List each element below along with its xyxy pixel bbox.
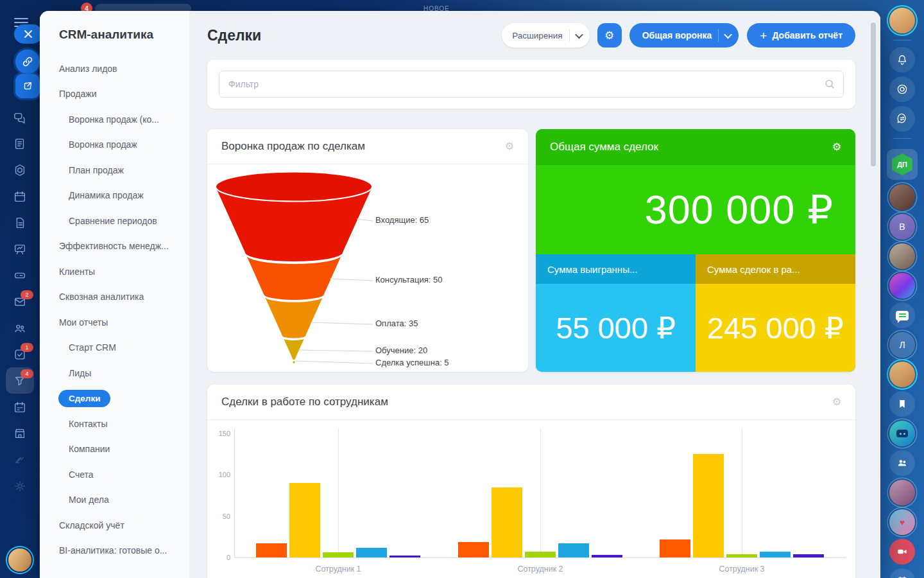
sidebar-item-12[interactable]: Старт CRM xyxy=(40,335,189,361)
chat-lines-icon[interactable] xyxy=(889,302,915,328)
button-divider xyxy=(569,29,570,42)
sidebar-item-3[interactable]: Воронка продаж (ко... xyxy=(40,107,189,132)
sidebar-item-5[interactable]: План продаж xyxy=(40,157,189,183)
rail-item-crm-funnel-icon[interactable]: 4 xyxy=(0,367,40,394)
open-external-button[interactable] xyxy=(15,74,40,98)
sidebar-item-8[interactable]: Эффективность менедж... xyxy=(40,234,189,259)
rail-item-tasks-icon[interactable]: 1 xyxy=(0,341,40,367)
filter-input[interactable] xyxy=(219,79,824,89)
funnel-stage-label: Сделка успешна: 5 xyxy=(375,358,449,367)
group-users-icon[interactable] xyxy=(889,450,915,476)
summary-sub-left-value: 55 000 ₽ xyxy=(536,284,696,372)
rail-item-drive-icon[interactable] xyxy=(0,262,40,288)
funnel-chart: Входящие: 65Консультация: 50Оплата: 35Об… xyxy=(207,164,528,372)
y-tick-label: 0 xyxy=(211,554,230,561)
gear-icon[interactable]: ⚙ xyxy=(832,397,841,407)
summary-sub-right-value: 245 000 ₽ xyxy=(696,284,855,372)
sidebar-item-19[interactable]: Складской учёт xyxy=(40,512,189,538)
workspace-badge[interactable]: ДП xyxy=(887,149,918,180)
contact-avatar-letter[interactable]: В xyxy=(889,214,915,240)
rail-item-market-icon[interactable] xyxy=(0,420,40,446)
sidebar-item-15[interactable]: Контакты xyxy=(40,411,189,437)
rail-item-feed-icon[interactable] xyxy=(0,130,40,157)
workspace-hexagon: ДП xyxy=(892,153,912,175)
chevron-down-icon xyxy=(724,30,732,39)
gear-icon[interactable]: ⚙ xyxy=(505,141,514,152)
funnel-card-header: Воронка продаж по сделкам ⚙ xyxy=(207,129,528,164)
sidebar-item-2[interactable]: Продажи xyxy=(40,82,189,107)
rail-item-chat-icon[interactable] xyxy=(0,104,40,130)
sidebar-item-17[interactable]: Счета xyxy=(40,462,189,487)
rail-item-document-icon[interactable] xyxy=(0,209,40,236)
contact-avatar[interactable] xyxy=(889,362,915,387)
sidebar-item-16[interactable]: Компании xyxy=(40,437,189,462)
funnel-stage-label: Входящие: 65 xyxy=(375,215,429,225)
external-link-icon xyxy=(22,80,33,92)
sidebar-item-6[interactable]: Динамика продаж xyxy=(40,183,189,209)
category-gridline xyxy=(742,428,742,557)
sidebar-item-14[interactable]: Сделки xyxy=(40,386,189,412)
crm-analytics-sidebar: CRM-аналитика Анализ лидовПродажиВоронка… xyxy=(40,11,189,578)
sidebar-title: CRM-аналитика xyxy=(40,11,189,42)
chat-icon xyxy=(13,110,27,125)
calendar-icon[interactable] xyxy=(889,568,915,578)
summary-sub-left-title: Сумма выигранны... xyxy=(536,254,696,284)
bar-chart-card-title: Сделки в работе по сотрудникам xyxy=(221,396,388,408)
funnel-stage-label: Консультация: 50 xyxy=(375,275,443,285)
copy-link-button[interactable] xyxy=(15,49,40,74)
rail-item-mail-icon[interactable]: 2 xyxy=(0,288,40,315)
contact-avatar[interactable]: ♥ xyxy=(889,509,915,535)
sidebar-item-13[interactable]: Лиды xyxy=(40,360,189,386)
main-panel: CRM-аналитика Анализ лидовПродажиВоронка… xyxy=(40,11,880,578)
rail-divider xyxy=(893,138,911,139)
bookmark-icon[interactable] xyxy=(889,391,915,417)
rail-item-people-icon[interactable] xyxy=(0,315,40,341)
sidebar-item-9[interactable]: Клиенты xyxy=(40,259,189,285)
contact-avatar[interactable] xyxy=(889,184,915,210)
sidebar-item-10[interactable]: Сквозная аналитика xyxy=(40,285,189,310)
user-avatar[interactable] xyxy=(889,8,915,33)
document-icon xyxy=(13,216,27,230)
sidebar-item-4[interactable]: Воронка продаж xyxy=(40,132,189,158)
heart-icon: ♥ xyxy=(900,518,905,527)
rail-item-settings-gear-icon[interactable] xyxy=(0,473,40,499)
contact-avatar-letter[interactable]: Л xyxy=(889,332,915,358)
profile-avatar[interactable] xyxy=(8,548,31,572)
sidebar-item-1[interactable]: Анализ лидов xyxy=(40,56,189,82)
support-spiral-icon[interactable] xyxy=(889,76,915,102)
bar-orange xyxy=(256,543,287,557)
video-call-icon[interactable] xyxy=(889,539,915,565)
sidebar-item-20[interactable]: BI-аналитика: готовые о... xyxy=(40,538,189,564)
sidebar-item-11[interactable]: Мои отчеты xyxy=(40,310,189,335)
sign-icon xyxy=(13,453,27,467)
summary-sub-right-title: Сумма сделок в ра... xyxy=(696,254,855,284)
contact-avatar[interactable] xyxy=(889,243,915,269)
vertical-scrollbar[interactable] xyxy=(871,22,876,166)
sidebar-item-active-pill: Сделки xyxy=(58,390,110,407)
extensions-button[interactable]: Расширения xyxy=(502,23,590,48)
close-panel-button[interactable] xyxy=(14,24,42,44)
contact-avatar[interactable] xyxy=(889,273,915,299)
view-selector-button[interactable]: Общая воронка xyxy=(629,23,739,48)
rail-item-calendar-icon[interactable] xyxy=(0,183,40,209)
search-icon[interactable] xyxy=(824,78,835,90)
bar-purple xyxy=(793,554,824,557)
plus-icon: + xyxy=(760,30,767,42)
rail-item-board-icon[interactable] xyxy=(0,236,40,262)
rail-item-sign-icon[interactable] xyxy=(0,446,40,473)
chat-transfer-icon[interactable] xyxy=(889,106,915,132)
calendar-icon xyxy=(13,189,27,204)
sidebar-item-7[interactable]: Сравнение периодов xyxy=(40,208,189,234)
rail-item-calendar-grid-icon[interactable] xyxy=(0,394,40,420)
rail-badge: 1 xyxy=(21,343,33,352)
rail-item-hexagon-icon[interactable] xyxy=(0,157,40,183)
gear-icon[interactable]: ⚙ xyxy=(832,142,841,152)
bell-icon[interactable] xyxy=(889,47,915,73)
bar-purple xyxy=(592,555,622,557)
sidebar-item-18[interactable]: Мои дела xyxy=(40,487,189,513)
report-settings-button[interactable]: ⚙ xyxy=(597,23,622,48)
add-report-button[interactable]: + Добавить отчёт xyxy=(747,23,855,48)
people-icon xyxy=(13,321,27,335)
contact-avatar[interactable] xyxy=(889,480,915,505)
bot-avatar[interactable] xyxy=(889,421,915,446)
